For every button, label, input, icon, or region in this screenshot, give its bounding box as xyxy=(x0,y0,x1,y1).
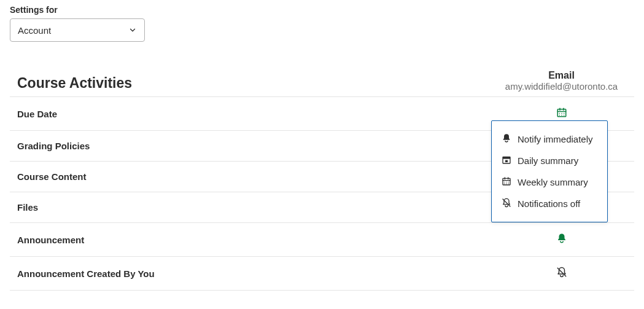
account-select[interactable]: Account xyxy=(10,18,145,42)
calendar-week-icon[interactable] xyxy=(556,107,567,120)
row-label: Course Content xyxy=(10,162,489,192)
table-row: Announcement Created By You xyxy=(10,257,634,291)
row-label: Announcement Created By You xyxy=(10,257,489,291)
row-label: Announcement xyxy=(10,223,489,257)
table-row: Course Content xyxy=(10,162,634,192)
table-row: Announcement xyxy=(10,223,634,257)
bell-off-icon[interactable] xyxy=(556,267,567,280)
bell-icon[interactable] xyxy=(556,233,567,246)
account-select-value: Account xyxy=(18,25,51,36)
section-title: Course Activities xyxy=(17,75,481,92)
chevron-down-icon xyxy=(128,26,137,34)
row-label: Due Date xyxy=(10,97,489,131)
row-label: Grading Policies xyxy=(10,131,489,162)
table-row: Files xyxy=(10,192,634,223)
table-row: Grading Policies xyxy=(10,131,634,162)
email-column-address: amy.widdifield@utoronto.ca xyxy=(496,81,627,92)
email-column-title: Email xyxy=(496,70,627,81)
row-label: Files xyxy=(10,192,489,223)
course-activities-table: Course Activities Email amy.widdifield@u… xyxy=(10,64,634,291)
table-row: Due Date Notify immediately Daily summar… xyxy=(10,97,634,131)
settings-for-label: Settings for xyxy=(10,5,634,15)
